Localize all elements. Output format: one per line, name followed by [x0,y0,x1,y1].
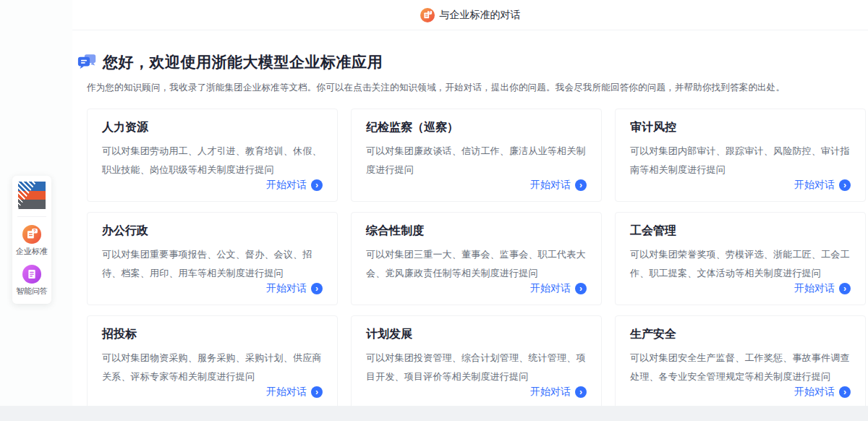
arrow-right-circle-icon: › [839,283,851,294]
svg-text:?: ? [33,229,36,233]
topic-card: 计划发展 可以对集团投资管理、综合计划管理、统计管理、项目开发、项目评价等相关制… [351,315,602,409]
card-title: 生产安全 [630,327,851,342]
doc-question-icon: ? [22,225,41,244]
app-window: ? 企业标准 [0,0,868,421]
zheneng-stripes-logo [18,182,46,209]
card-description: 可以对集团重要事项报告、公文、督办、会议、招待、档案、用印、用车等相关制度进行提… [102,245,323,283]
start-chat-button[interactable]: 开始对话 › [266,179,323,192]
welcome-title: 您好，欢迎使用浙能大模型企业标准应用 [103,52,383,72]
content-area: 您好，欢迎使用浙能大模型企业标准应用 作为您的知识顾问，我收录了浙能集团企业标准… [72,30,868,409]
card-title: 人力资源 [102,120,323,135]
page-header: ? 与企业标准的对话 [72,0,868,30]
card-description: 可以对集团劳动用工、人才引进、教育培训、休假、职业技能、岗位职级等相关制度进行提… [102,142,323,179]
start-chat-label: 开始对话 [794,282,835,295]
sidebar-item-label: 智能问答 [16,286,48,297]
start-chat-button[interactable]: 开始对话 › [794,282,851,295]
card-title: 计划发展 [366,327,587,342]
svg-text:?: ? [428,10,430,14]
sidebar-divider [17,216,46,217]
start-chat-label: 开始对话 [266,282,307,295]
arrow-right-circle-icon: › [575,386,587,398]
arrow-right-circle-icon: › [575,283,587,294]
arrow-right-circle-icon: › [311,179,323,191]
card-grid: 人力资源 可以对集团劳动用工、人才引进、教育培训、休假、职业技能、岗位职级等相关… [87,109,868,409]
start-chat-button[interactable]: 开始对话 › [794,179,851,192]
arrow-right-circle-icon: › [575,179,587,191]
start-chat-button[interactable]: 开始对话 › [530,386,587,399]
left-rail: ? 企业标准 [0,0,72,421]
card-description: 可以对集团安全生产监督、工作奖惩、事故事件调查处理、各专业安全管理规定等相关制度… [630,349,851,386]
start-chat-label: 开始对话 [794,386,835,399]
card-title: 综合性制度 [366,224,587,239]
topic-card: 人力资源 可以对集团劳动用工、人才引进、教育培训、休假、职业技能、岗位职级等相关… [87,109,338,202]
card-title: 招投标 [102,327,323,342]
start-chat-label: 开始对话 [530,386,571,399]
start-chat-button[interactable]: 开始对话 › [266,386,323,399]
topic-card: 办公行政 可以对集团重要事项报告、公文、督办、会议、招待、档案、用印、用车等相关… [87,212,338,305]
card-description: 可以对集团内部审计、跟踪审计、风险防控、审计指南等相关制度进行提问 [630,142,851,179]
start-chat-button[interactable]: 开始对话 › [794,386,851,399]
card-title: 审计风控 [630,120,851,135]
sidebar-item-enterprise-standard[interactable]: ? 企业标准 [16,225,48,257]
welcome-header: 您好，欢迎使用浙能大模型企业标准应用 [77,52,868,72]
start-chat-button[interactable]: 开始对话 › [266,282,323,295]
sidebar-menu: ? 企业标准 [12,176,51,304]
topic-card: 工会管理 可以对集团荣誉奖项、劳模评选、浙能工匠、工会工作、职工提案、文体活动等… [615,212,866,305]
arrow-right-circle-icon: › [839,386,851,398]
start-chat-label: 开始对话 [530,179,571,192]
main-area: ? 与企业标准的对话 您好，欢迎使用浙能大模型企业标准应用 [72,0,868,421]
arrow-right-circle-icon: › [311,386,323,398]
start-chat-button[interactable]: 开始对话 › [530,282,587,295]
card-description: 可以对集团物资采购、服务采购、采购计划、供应商关系、评标专家等相关制度进行提问 [102,349,323,386]
topic-card: 招投标 可以对集团物资采购、服务采购、采购计划、供应商关系、评标专家等相关制度进… [87,315,338,409]
card-description: 可以对集团投资管理、综合计划管理、统计管理、项目开发、项目评价等相关制度进行提问 [366,349,587,386]
doc-question-icon: ? [420,8,435,22]
page-title: 与企业标准的对话 [440,9,521,22]
start-chat-label: 开始对话 [266,179,307,192]
card-title: 工会管理 [630,224,851,239]
chat-bubbles-icon [77,54,97,71]
start-chat-label: 开始对话 [266,386,307,399]
card-description: 可以对集团廉政谈话、信访工作、廉洁从业等相关制度进行提问 [366,142,587,179]
welcome-subtitle: 作为您的知识顾问，我收录了浙能集团企业标准等文档。你可以在点击关注的知识领域，开… [87,82,868,94]
topic-card: 审计风控 可以对集团内部审计、跟踪审计、风险防控、审计指南等相关制度进行提问 开… [615,109,866,202]
doc-chat-icon [22,265,41,284]
bottom-strip [0,406,868,421]
card-description: 可以对集团荣誉奖项、劳模评选、浙能工匠、工会工作、职工提案、文体活动等相关制度进… [630,245,851,283]
sidebar-item-smart-qa[interactable]: 智能问答 [16,265,48,297]
topic-card: 生产安全 可以对集团安全生产监督、工作奖惩、事故事件调查处理、各专业安全管理规定… [615,315,866,409]
card-title: 办公行政 [102,224,323,239]
sidebar-item-label: 企业标准 [16,246,48,257]
card-description: 可以对集团三重一大、董事会、监事会、职工代表大会、党风廉政责任制等相关制度进行提… [366,245,587,283]
arrow-right-circle-icon: › [311,283,323,294]
card-title: 纪检监察（巡察） [366,120,587,135]
start-chat-label: 开始对话 [794,179,835,192]
topic-card: 综合性制度 可以对集团三重一大、董事会、监事会、职工代表大会、党风廉政责任制等相… [351,212,602,305]
arrow-right-circle-icon: › [839,179,851,191]
topic-card: 纪检监察（巡察） 可以对集团廉政谈话、信访工作、廉洁从业等相关制度进行提问 开始… [351,109,602,202]
start-chat-button[interactable]: 开始对话 › [530,179,587,192]
start-chat-label: 开始对话 [530,282,571,295]
